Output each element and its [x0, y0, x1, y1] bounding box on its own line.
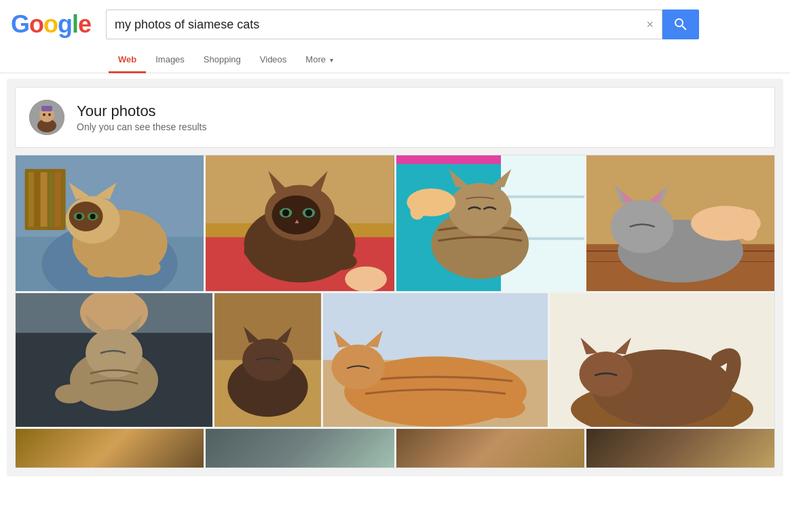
photo-cell[interactable]: [204, 155, 394, 291]
svg-rect-13: [49, 172, 54, 227]
photo-cell[interactable]: [394, 155, 584, 291]
clear-button[interactable]: ×: [639, 18, 662, 32]
svg-point-24: [90, 214, 96, 219]
search-button[interactable]: [662, 10, 699, 39]
photo-cell[interactable]: [212, 293, 321, 427]
svg-point-84: [274, 396, 298, 411]
photo-cell[interactable]: [16, 293, 212, 427]
tab-images[interactable]: Images: [146, 46, 194, 73]
svg-point-23: [77, 214, 82, 219]
svg-point-5: [43, 113, 45, 116]
photo-cell[interactable]: [16, 155, 204, 291]
svg-rect-11: [35, 172, 39, 227]
logo-letter-l: l: [72, 10, 78, 38]
search-bar: ×: [106, 10, 662, 39]
photo-cell[interactable]: [584, 429, 774, 468]
logo-letter-o2: o: [43, 10, 58, 38]
svg-point-88: [331, 345, 385, 390]
svg-point-100: [609, 393, 645, 411]
svg-rect-66: [740, 209, 757, 240]
svg-rect-54: [426, 194, 438, 215]
avatar: [29, 100, 64, 135]
nav-tabs: Web Images Shopping Videos More ▾: [0, 46, 790, 73]
photo-row-1: [16, 155, 774, 291]
svg-point-40: [244, 241, 279, 262]
svg-rect-12: [41, 172, 48, 227]
svg-rect-4: [41, 106, 52, 111]
svg-point-26: [88, 264, 112, 278]
results-area: Your photos Only you can see these resul…: [7, 79, 783, 476]
svg-point-80: [242, 339, 293, 381]
svg-rect-10: [29, 172, 34, 227]
svg-rect-14: [55, 172, 61, 227]
svg-point-91: [483, 397, 525, 418]
svg-rect-68: [706, 211, 720, 238]
svg-point-76: [55, 385, 85, 404]
svg-rect-47: [396, 155, 501, 164]
svg-rect-45: [501, 195, 584, 198]
svg-point-41: [326, 253, 357, 270]
photo-cell[interactable]: [321, 293, 548, 427]
photo-cell[interactable]: [584, 155, 774, 291]
svg-rect-67: [722, 208, 738, 235]
svg-point-92: [362, 396, 397, 415]
photo-grid: [15, 155, 775, 468]
your-photos-subtitle: Only you can see these results: [77, 121, 206, 132]
svg-point-37: [282, 209, 289, 216]
tab-videos[interactable]: Videos: [250, 46, 297, 73]
your-photos-text: Your photos Only you can see these resul…: [77, 102, 206, 132]
svg-point-60: [611, 200, 673, 253]
svg-point-42: [345, 267, 388, 291]
tab-shopping[interactable]: Shopping: [194, 46, 250, 73]
svg-point-38: [305, 209, 312, 216]
photo-cell[interactable]: [548, 293, 774, 427]
your-photos-card: Your photos Only you can see these resul…: [15, 87, 775, 148]
logo-letter-e: e: [78, 10, 91, 38]
photo-row-3: [16, 427, 774, 468]
chevron-down-icon: ▾: [330, 56, 333, 64]
search-input[interactable]: [107, 18, 638, 32]
tab-web[interactable]: Web: [109, 46, 146, 73]
logo-letter-g2: g: [58, 10, 72, 38]
avatar-image: [29, 100, 64, 135]
google-logo[interactable]: Google: [11, 10, 91, 39]
svg-point-83: [238, 394, 264, 410]
photo-cell[interactable]: [204, 429, 394, 468]
svg-rect-53: [410, 195, 424, 220]
your-photos-title: Your photos: [77, 102, 206, 120]
photo-cell[interactable]: [16, 429, 204, 468]
svg-point-6: [48, 113, 51, 116]
header: Google ×: [0, 0, 790, 46]
tab-more[interactable]: More ▾: [296, 46, 342, 73]
logo-letter-g: G: [11, 10, 29, 38]
logo-letter-o1: o: [29, 10, 43, 38]
photo-cell[interactable]: [394, 429, 584, 468]
photo-row-2: [16, 291, 774, 427]
search-icon: [673, 16, 689, 33]
svg-point-25: [134, 259, 161, 276]
